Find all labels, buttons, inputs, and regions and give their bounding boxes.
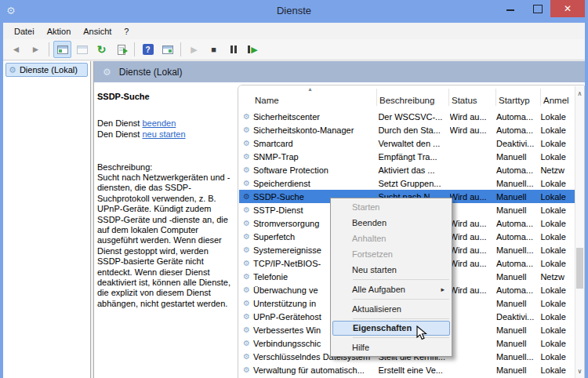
service-starttype-cell: Automa... [496, 112, 540, 122]
service-gear-icon: ⚙ [243, 259, 250, 267]
help-button[interactable]: ? [139, 41, 157, 58]
forward-button[interactable]: ► [27, 41, 45, 58]
pause-service-button[interactable] [224, 41, 242, 58]
menu-item-fortsetzen: Fortsetzen [331, 246, 452, 262]
menu-item-beenden[interactable]: Beenden [331, 215, 452, 231]
service-status-cell: Wird au... [450, 232, 496, 242]
service-name-cell: TCP/IP-NetBIOS- [253, 259, 321, 268]
service-gear-icon: ⚙ [243, 272, 250, 281]
column-divider[interactable] [376, 89, 377, 106]
service-name-cell: Smartcard [253, 139, 293, 148]
table-row[interactable]: ⚙Verwaltung für automatisch...Erstellt e… [239, 363, 575, 376]
export-list-button[interactable] [112, 41, 130, 58]
service-gear-icon: ⚙ [243, 312, 250, 321]
submenu-arrow-icon: ▸ [441, 282, 445, 297]
stop-service-line: Den Dienst beenden [97, 118, 237, 129]
maximize-button[interactable] [524, 0, 550, 17]
table-row[interactable]: ⚙Software ProtectionAktiviert das ...Aut… [239, 163, 575, 176]
column-divider[interactable] [540, 89, 541, 106]
restart-icon: ▶ [248, 45, 257, 55]
column-header-name[interactable]: Name [255, 96, 279, 105]
stop-service-link[interactable]: beenden [142, 118, 176, 128]
service-description-cell: Aktiviert das ... [378, 165, 449, 175]
service-gear-icon: ⚙ [243, 192, 250, 201]
column-header-status[interactable]: Status [452, 96, 477, 105]
mouse-cursor [416, 325, 430, 341]
toolbar: ◄ ► ↻ ? ▶ ■ ▶ [3, 39, 585, 60]
service-status-cell: Wird au... [450, 285, 496, 295]
service-description-cell: Erstellt eine Ve... [378, 365, 449, 375]
service-starttype-cell: Automa... [496, 219, 540, 228]
column-divider[interactable] [448, 89, 449, 106]
table-row[interactable]: ⚙SpeicherdienstSetzt Gruppen...Manuell..… [239, 176, 575, 190]
service-starttype-cell: Manuell... [496, 179, 540, 188]
column-header-starttyp[interactable]: Starttyp [499, 96, 530, 105]
service-status-cell: Wird au... [450, 219, 496, 228]
table-row[interactable]: ⚙Sicherheitskonto-ManagerDurch den Sta..… [239, 123, 575, 136]
service-gear-icon: ⚙ [243, 165, 250, 174]
service-logon-cell: Netzw [540, 272, 575, 282]
service-gear-icon: ⚙ [243, 125, 250, 134]
vertical-scrollbar[interactable]: ∧ ∨ [575, 86, 584, 378]
services-gear-icon: ⚙ [9, 65, 16, 75]
service-logon-cell: Lokale [540, 205, 575, 215]
menu-aktion[interactable]: Aktion [41, 25, 78, 38]
stop-icon: ■ [211, 45, 216, 54]
menu-datei[interactable]: Datei [8, 25, 41, 38]
table-row[interactable]: ⚙SicherheitscenterDer WSCSVC-...Wird au.… [239, 110, 575, 123]
properties-toolbar-button[interactable] [73, 41, 91, 58]
start-service-button[interactable]: ▶ [185, 41, 203, 58]
menu-ansicht[interactable]: Ansicht [77, 25, 118, 38]
service-starttype-cell: Automa... [496, 285, 540, 295]
service-gear-icon: ⚙ [243, 285, 250, 294]
menu-item-aktualisieren[interactable]: Aktualisieren [331, 301, 452, 317]
service-gear-icon: ⚙ [243, 299, 250, 307]
service-starttype-cell: Manuell [496, 299, 540, 308]
service-status-cell: Wird au... [450, 245, 496, 255]
scroll-down-icon[interactable]: ∨ [575, 365, 584, 377]
restart-service-link[interactable]: neu starten [142, 129, 185, 139]
scrollbar-thumb[interactable] [576, 248, 583, 289]
table-row[interactable]: ⚙SmartcardVerwaltet den ...Deaktivi...Lo… [239, 136, 575, 150]
back-icon: ◄ [12, 44, 21, 55]
properties-window-icon [77, 45, 88, 54]
service-gear-icon: ⚙ [243, 179, 250, 187]
back-button[interactable]: ◄ [7, 41, 25, 58]
service-name-cell: Stromversorgung [253, 219, 319, 228]
show-console-tree-button[interactable] [53, 41, 71, 58]
stop-service-button[interactable]: ■ [205, 41, 223, 58]
export-list-icon [118, 45, 125, 55]
service-status-cell: Wird au... [450, 259, 496, 268]
menu-item-hilfe[interactable]: Hilfe [331, 340, 452, 355]
column-header-beschreibung[interactable]: Beschreibung [379, 96, 434, 105]
service-starttype-cell: Manuell [496, 365, 540, 375]
service-starttype-cell: Deaktivi... [496, 312, 540, 322]
column-divider[interactable] [495, 89, 496, 106]
scroll-up-icon[interactable]: ∧ [575, 88, 584, 100]
menu-item-anhalten: Anhalten [331, 231, 452, 246]
menu-item-eigenschaften[interactable]: Eigenschaften [332, 321, 450, 336]
service-starttype-cell: Manuell... [496, 245, 540, 255]
start-icon: ▶ [191, 45, 197, 55]
refresh-button[interactable]: ↻ [93, 41, 111, 58]
menu-hilfe[interactable]: ? [118, 25, 135, 38]
service-name-cell: Verwaltung für automatisch... [253, 365, 365, 375]
service-logon-cell: Lokale [540, 245, 575, 255]
center-pane-header: ⚙ Dienste (Lokal) [94, 61, 585, 82]
service-logon-cell: Netzw [540, 165, 575, 175]
close-button[interactable]: ✕ [550, 0, 585, 17]
menu-item-neu-starten[interactable]: Neu starten [331, 262, 452, 278]
service-logon-cell: Lokale [540, 152, 575, 162]
tree-item-dienste-lokal[interactable]: ⚙ Dienste (Lokal) [5, 63, 88, 77]
show-action-pane-button[interactable] [158, 41, 176, 58]
restart-service-button[interactable]: ▶ [244, 41, 262, 58]
table-row[interactable]: ⚙SNMP-TrapEmpfängt Tra...ManuellLokale [239, 150, 575, 163]
column-header-anmelden[interactable]: Anmel [543, 96, 569, 105]
menu-item-alle-aufgaben[interactable]: Alle Aufgaben▸ [331, 282, 452, 297]
toolbar-separator [49, 42, 49, 56]
minimize-button[interactable] [497, 0, 524, 17]
service-logon-cell: Lokale [540, 312, 575, 322]
console-tree-icon [57, 45, 68, 54]
service-detail-panel: SSDP-Suche Den Dienst beenden Den Dienst… [97, 92, 237, 309]
service-starttype-cell: Automa... [496, 165, 540, 175]
